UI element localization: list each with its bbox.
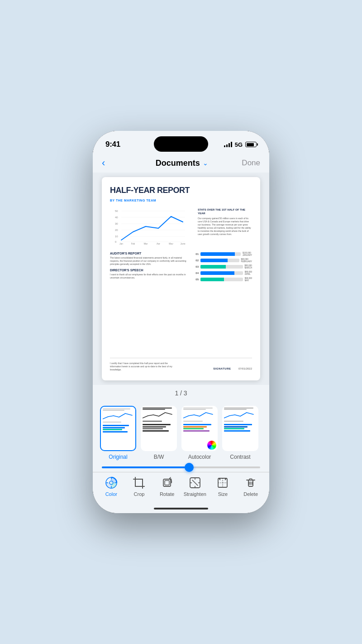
line-chart: 50 40 30 20 10 0: [110, 208, 192, 246]
thumbnail-autocolor[interactable]: Autocolor: [181, 406, 218, 460]
toolbar-delete-label: Delete: [243, 491, 258, 497]
svg-text:20: 20: [115, 229, 118, 231]
toolbar-color[interactable]: Color: [99, 476, 124, 497]
size-icon: [216, 476, 229, 490]
toolbar-crop[interactable]: Crop: [127, 476, 152, 497]
auditor-heading: AUDITOR'S REPORT: [110, 252, 188, 255]
thumbnail-original[interactable]: Original: [100, 406, 136, 460]
nav-chevron-icon: ⌄: [203, 159, 208, 167]
thumbnail-original-img: [100, 406, 136, 451]
chart-stats-row: 50 40 30 20 10 0: [110, 208, 252, 246]
color-icon: [105, 476, 118, 490]
doc-title: HALF-YEAR REPORT: [110, 186, 252, 195]
toolbar-rotate[interactable]: Rotate: [155, 476, 180, 497]
thumbnail-original-label: Original: [109, 454, 127, 460]
toolbar-straighten-label: Straighten: [184, 491, 206, 497]
svg-text:30: 30: [115, 222, 118, 225]
toolbar-color-label: Color: [105, 491, 117, 497]
dynamic-island: [154, 136, 208, 152]
signature-label: SIGNATURE: [213, 367, 231, 370]
bottom-toolbar: Color Crop: [93, 472, 269, 504]
thumbnail-bw[interactable]: B/W: [141, 406, 177, 460]
svg-text:Jan: Jan: [119, 242, 123, 245]
done-button[interactable]: Done: [242, 159, 260, 168]
svg-text:May: May: [169, 242, 173, 245]
bar-row-2: 02 $90,000FEBRUARY: [193, 258, 252, 263]
line-chart-svg: 50 40 30 20 10 0: [110, 208, 192, 245]
toolbar-straighten[interactable]: Straighten: [182, 476, 207, 497]
phone-frame: 9:41 5G ‹ Documents ⌄ Done: [93, 131, 269, 513]
slider-fill: [102, 466, 189, 468]
crop-icon: [132, 476, 146, 490]
auditor-section: AUDITOR'S REPORT The latest consolidated…: [110, 252, 188, 284]
bar-row-5: 05 $90,000MAY: [193, 277, 252, 282]
thumbnails-row: Original B/: [93, 401, 269, 465]
bar-row-3: 03 $80,000MARCH: [193, 264, 252, 269]
svg-text:40: 40: [115, 216, 118, 219]
signature-text: I certify that I have completed this hal…: [110, 362, 173, 371]
stats-text: STATS OVER THE 1ST HALF OF THE YEAR Our …: [198, 208, 252, 236]
status-icons: 5G: [224, 141, 257, 148]
thumbnail-contrast[interactable]: Contrast: [222, 406, 258, 460]
toolbar-crop-label: Crop: [134, 491, 145, 497]
straighten-icon: [188, 476, 202, 490]
signature-row: I certify that I have completed this hal…: [110, 358, 252, 371]
auditor-bar-row: AUDITOR'S REPORT The latest consolidated…: [110, 252, 252, 284]
signal-bars-icon: [224, 142, 232, 147]
doc-subtitle: BY THE MARKETING TEAM: [110, 199, 252, 202]
bar-row-1: 01 $100,000JANUARY: [193, 252, 252, 256]
home-indicator: [93, 504, 269, 513]
toolbar-rotate-label: Rotate: [160, 491, 174, 497]
svg-text:Apr: Apr: [157, 242, 160, 245]
home-bar: [154, 508, 208, 509]
slider-row: [93, 465, 269, 472]
status-time: 9:41: [105, 140, 120, 149]
battery-icon: [245, 142, 257, 147]
thumbnail-bw-img: [141, 406, 177, 451]
svg-text:June: June: [181, 242, 186, 245]
back-button[interactable]: ‹: [102, 157, 122, 169]
toolbar-size[interactable]: Size: [210, 476, 235, 497]
auditor-body: The latest consolidated financial statem…: [110, 256, 188, 266]
toolbar-size-label: Size: [218, 491, 228, 497]
nav-bar: ‹ Documents ⌄ Done: [93, 155, 269, 173]
thumbnail-contrast-img: [222, 406, 258, 451]
bar-row-4: 04 $80,000APRIL: [193, 271, 252, 275]
svg-rect-25: [165, 481, 169, 485]
stats-body: Our company gained 50 million users in e…: [198, 217, 252, 236]
main-content: HALF-YEAR REPORT BY THE MARKETING TEAM 5…: [93, 173, 269, 385]
nav-title: Documents: [156, 159, 200, 168]
rotate-icon: [160, 476, 174, 490]
thumbnail-autocolor-label: Autocolor: [188, 454, 211, 460]
page-indicator: 1 / 3: [93, 385, 269, 401]
document-preview: HALF-YEAR REPORT BY THE MARKETING TEAM 5…: [102, 177, 260, 380]
stats-heading: STATS OVER THE 1ST HALF OF THE YEAR: [198, 208, 252, 216]
slider-thumb[interactable]: [185, 463, 194, 472]
phone-screen: 9:41 5G ‹ Documents ⌄ Done: [93, 131, 269, 513]
delete-icon: [244, 476, 257, 490]
svg-text:Feb: Feb: [131, 242, 135, 245]
svg-text:0: 0: [115, 240, 117, 243]
svg-text:10: 10: [115, 235, 118, 238]
svg-line-27: [192, 480, 198, 485]
thumbnail-bw-label: B/W: [154, 454, 164, 460]
network-type: 5G: [235, 141, 243, 148]
director-heading: DIRECTOR'S SPEECH: [110, 269, 188, 272]
svg-text:Mar: Mar: [144, 242, 148, 245]
bar-chart: 01 $100,000JANUARY 02 $90,000FEBRUARY 03: [193, 252, 252, 284]
director-body: I want to thank all our employees for th…: [110, 273, 188, 279]
signature-block: SIGNATURE 07/01/2022: [213, 363, 252, 371]
signature-date: 07/01/2022: [238, 367, 252, 370]
thumbnail-contrast-label: Contrast: [230, 454, 250, 460]
slider-track[interactable]: [102, 466, 260, 468]
director-section: DIRECTOR'S SPEECH I want to thank all ou…: [110, 269, 188, 279]
svg-text:50: 50: [115, 210, 118, 212]
nav-title-container[interactable]: Documents ⌄: [156, 159, 208, 168]
thumbnail-autocolor-img: [181, 406, 218, 451]
color-wheel-icon: [207, 440, 217, 450]
toolbar-delete[interactable]: Delete: [238, 476, 263, 497]
